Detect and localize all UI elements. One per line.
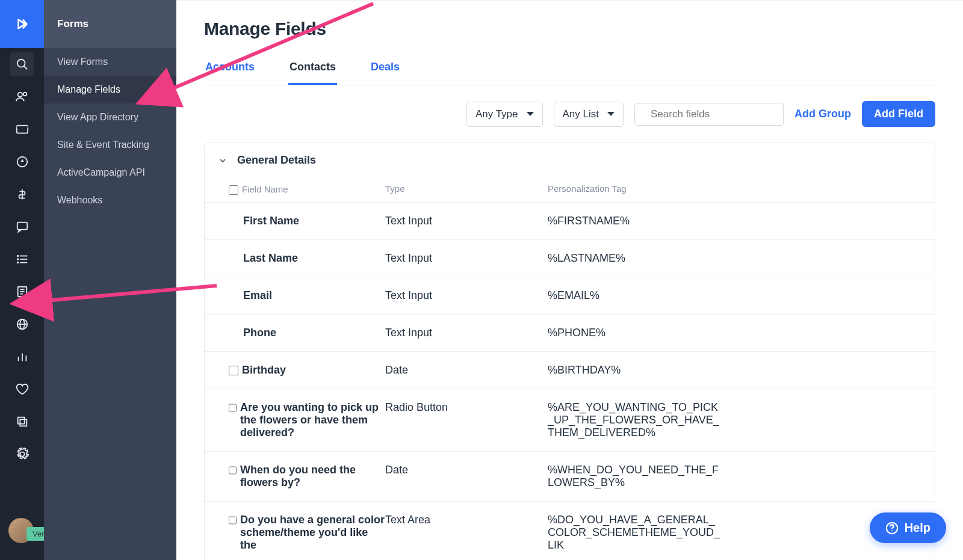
- question-icon: [885, 522, 899, 535]
- field-name-cell: When do you need the flowers by?: [229, 464, 385, 489]
- sub-sidebar: Forms View Forms Manage Fields View App …: [44, 0, 176, 560]
- field-name: First Name: [243, 215, 299, 227]
- caret-down-icon: [527, 112, 534, 116]
- list-select-label: Any List: [563, 108, 599, 120]
- field-tag: %PHONE%: [548, 327, 722, 339]
- field-name-cell: Phone: [229, 327, 385, 339]
- field-tag: %EMAIL%: [548, 289, 722, 302]
- chevron-down-icon: [218, 156, 228, 165]
- deals-icon[interactable]: [10, 182, 34, 206]
- svg-point-11: [17, 259, 18, 260]
- field-tag: %BIRTHDAY%: [548, 364, 722, 377]
- icon-rail: [0, 0, 44, 560]
- tab-accounts[interactable]: Accounts: [204, 55, 256, 85]
- table-row[interactable]: EmailText Input%EMAIL%: [205, 277, 935, 315]
- field-type: Date: [385, 364, 548, 377]
- svg-point-28: [891, 530, 893, 531]
- svg-rect-23: [17, 417, 24, 424]
- row-checkbox[interactable]: [229, 466, 237, 475]
- field-tag: %WHEN_DO_YOU_NEED_THE_FLOWERS_BY%: [548, 464, 722, 489]
- table-row[interactable]: PhoneText Input%PHONE%: [205, 315, 935, 352]
- field-name-cell: Do you have a general color scheme/theme…: [229, 514, 385, 552]
- field-type: Text Input: [385, 327, 548, 339]
- field-name-cell: Email: [229, 289, 385, 302]
- heart-icon[interactable]: [10, 377, 34, 401]
- col-type-label: Type: [385, 183, 548, 195]
- tab-deals[interactable]: Deals: [370, 55, 401, 85]
- field-type: Text Input: [385, 215, 548, 227]
- table-row[interactable]: First NameText Input%FIRSTNAME%: [205, 203, 935, 240]
- field-tag: %ARE_YOU_WANTING_TO_PICK_UP_THE_FLOWERS_…: [548, 401, 722, 439]
- add-group-button[interactable]: Add Group: [794, 108, 851, 120]
- svg-rect-4: [16, 126, 27, 134]
- gear-icon[interactable]: [10, 442, 34, 466]
- svg-rect-6: [17, 223, 27, 230]
- type-select[interactable]: Any Type: [466, 102, 543, 127]
- field-tag: %LASTNAME%: [548, 252, 722, 265]
- sidebar-item-api[interactable]: ActiveCampaign API: [44, 159, 176, 186]
- field-type: Text Area: [385, 514, 548, 552]
- row-checkbox[interactable]: [229, 403, 237, 413]
- search-input[interactable]: [651, 108, 778, 120]
- logo[interactable]: [0, 0, 44, 48]
- field-name-cell: Birthday: [229, 364, 385, 377]
- sidebar-item-app-directory[interactable]: View App Directory: [44, 103, 176, 131]
- table-row[interactable]: Are you wanting to pick up the flowers o…: [205, 389, 935, 452]
- main: Manage Fields Accounts Contacts Deals An…: [176, 0, 963, 560]
- table-row[interactable]: When do you need the flowers by?Date%WHE…: [205, 452, 935, 502]
- row-checkbox[interactable]: [229, 515, 237, 525]
- type-select-label: Any Type: [475, 108, 518, 120]
- svg-rect-24: [20, 419, 26, 426]
- reports-icon[interactable]: [10, 345, 34, 369]
- search-icon[interactable]: [10, 52, 34, 76]
- caret-down-icon: [607, 112, 615, 116]
- field-name: Do you have a general color scheme/theme…: [240, 514, 385, 552]
- tab-contacts[interactable]: Contacts: [288, 55, 337, 85]
- globe-icon[interactable]: [10, 312, 34, 336]
- col-tag-label: Personalization Tag: [548, 183, 921, 195]
- field-name: When do you need the flowers by?: [240, 464, 385, 489]
- svg-point-0: [17, 60, 25, 67]
- toolbar: Any Type Any List Add Group Add Field: [204, 101, 935, 127]
- field-type: Text Input: [385, 289, 548, 302]
- field-name-cell: Last Name: [229, 252, 385, 265]
- col-name-label: Field Name: [242, 184, 288, 194]
- fields-panel: General Details Field Name Type Personal…: [204, 143, 935, 560]
- help-button[interactable]: Help: [870, 512, 946, 543]
- search-box[interactable]: [634, 103, 784, 126]
- field-name: Last Name: [243, 252, 298, 265]
- group-header[interactable]: General Details: [205, 143, 935, 177]
- svg-line-1: [23, 66, 27, 70]
- help-label: Help: [905, 521, 930, 535]
- field-type: Date: [385, 464, 548, 489]
- sidebar-item-manage-fields[interactable]: Manage Fields: [44, 76, 176, 103]
- tabs: Accounts Contacts Deals: [204, 55, 935, 85]
- table-row[interactable]: Last NameText Input%LASTNAME%: [205, 240, 935, 277]
- list-select[interactable]: Any List: [554, 102, 624, 127]
- sidebar-item-webhooks[interactable]: Webhooks: [44, 186, 176, 214]
- select-all-checkbox[interactable]: [229, 185, 238, 195]
- svg-point-2: [17, 93, 22, 97]
- sidebar-item-view-forms[interactable]: View Forms: [44, 48, 176, 76]
- row-checkbox[interactable]: [229, 366, 238, 375]
- conversations-icon[interactable]: [10, 215, 34, 239]
- table-row[interactable]: Do you have a general color scheme/theme…: [205, 502, 935, 560]
- field-tag: %DO_YOU_HAVE_A_GENERAL_COLOR_SCHEMETHEME…: [548, 514, 722, 552]
- add-field-button[interactable]: Add Field: [862, 101, 935, 127]
- field-tag: %FIRSTNAME%: [548, 215, 722, 227]
- forms-icon[interactable]: [10, 280, 34, 304]
- table-row[interactable]: BirthdayDate%BIRTHDAY%: [205, 352, 935, 389]
- lists-icon[interactable]: [10, 247, 34, 271]
- svg-point-3: [23, 93, 26, 96]
- sidebar-item-site-tracking[interactable]: Site & Event Tracking: [44, 131, 176, 159]
- field-name-cell: First Name: [229, 215, 385, 227]
- svg-point-12: [17, 262, 18, 263]
- group-title: General Details: [237, 154, 316, 167]
- table-header: Field Name Type Personalization Tag: [205, 177, 935, 203]
- mail-icon[interactable]: [10, 117, 34, 141]
- contacts-icon[interactable]: [10, 85, 34, 109]
- field-name: Email: [243, 289, 272, 302]
- copy-icon[interactable]: [10, 410, 34, 434]
- field-name: Birthday: [242, 364, 286, 377]
- automation-icon[interactable]: [10, 150, 34, 174]
